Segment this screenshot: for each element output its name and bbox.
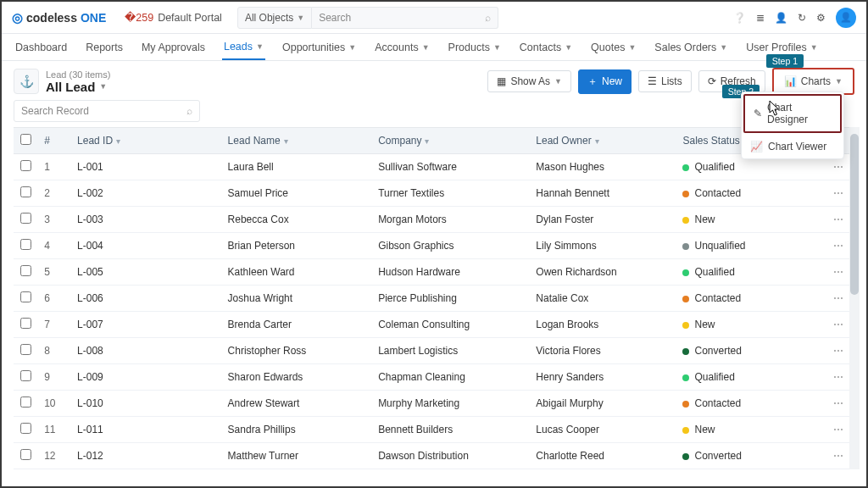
col-num[interactable]: # <box>37 128 70 154</box>
vertical-scrollbar[interactable] <box>849 127 860 469</box>
tab-label: Dashboard <box>15 42 67 53</box>
table-row[interactable]: 13L-013Nancy CampbellRussell RetailEthan… <box>14 469 860 470</box>
row-menu-button[interactable]: ⋯ <box>833 266 843 278</box>
table-row[interactable]: 1L-001Laura BellSullivan SoftwareMason H… <box>14 154 860 180</box>
row-checkbox[interactable] <box>20 160 31 171</box>
search-scope-dropdown[interactable]: All Objects ▼ <box>237 7 312 29</box>
row-checkbox[interactable] <box>20 396 31 408</box>
tab-products[interactable]: Products▼ <box>447 36 503 59</box>
chart-icon: 📊 <box>784 75 797 87</box>
record-search-input[interactable]: Search Record ⌕ <box>14 100 200 122</box>
col-company-label: Company <box>378 135 421 147</box>
help-icon[interactable]: ❔ <box>733 12 746 24</box>
row-checkbox[interactable] <box>20 344 31 355</box>
row-checkbox[interactable] <box>20 239 31 250</box>
row-checkbox[interactable] <box>20 449 31 460</box>
col-lead-name[interactable]: Lead Name▾ <box>221 128 372 154</box>
lists-label: Lists <box>661 75 682 87</box>
chevron-down-icon: ▼ <box>628 43 636 52</box>
row-checkbox[interactable] <box>20 213 31 224</box>
scrollbar-thumb[interactable] <box>850 134 859 295</box>
tab-reports[interactable]: Reports <box>84 36 125 59</box>
new-button[interactable]: ＋New <box>578 69 632 94</box>
table-row[interactable]: 9L-009Sharon EdwardsChapman CleaningHenr… <box>14 364 860 391</box>
cell-lead-id: L-001 <box>70 154 221 180</box>
page-toolbar: ⚓ Lead (30 items) All Lead ▼ ▦Show As▼ ＋… <box>2 61 866 98</box>
cell-lead-id: L-010 <box>70 391 221 417</box>
row-menu-button[interactable]: ⋯ <box>833 319 843 330</box>
cell-status: Converted <box>676 443 826 469</box>
pin-icon: �259 <box>125 11 153 24</box>
row-menu-button[interactable]: ⋯ <box>833 240 843 252</box>
row-menu-button[interactable]: ⋯ <box>833 292 843 304</box>
table-row[interactable]: 5L-005Kathleen WardHudson HardwareOwen R… <box>14 259 860 286</box>
table-row[interactable]: 8L-008Christopher RossLambert LogisticsV… <box>14 338 860 364</box>
viewer-icon: 📈 <box>750 141 763 152</box>
tab-opportunities[interactable]: Opportunities▼ <box>281 36 358 59</box>
row-menu-button[interactable]: ⋯ <box>833 450 843 462</box>
col-owner[interactable]: Lead Owner▾ <box>529 128 676 154</box>
select-all-checkbox[interactable] <box>20 134 31 145</box>
row-menu-button[interactable]: ⋯ <box>833 161 843 173</box>
row-menu-button[interactable]: ⋯ <box>833 424 843 435</box>
tab-sales-orders[interactable]: Sales Orders▼ <box>653 36 729 59</box>
tab-leads[interactable]: Leads▼ <box>222 35 265 60</box>
chevron-down-icon: ▼ <box>835 77 843 86</box>
row-menu-button[interactable]: ⋯ <box>833 187 843 199</box>
col-company[interactable]: Company▾ <box>371 128 529 154</box>
cell-status: New <box>676 312 826 338</box>
cell-owner: Charlotte Reed <box>529 443 676 469</box>
cell-lead-name: Laura Bell <box>221 154 372 180</box>
row-checkbox[interactable] <box>20 265 31 276</box>
row-menu-button[interactable]: ⋯ <box>833 397 843 409</box>
row-checkbox[interactable] <box>20 186 31 197</box>
cell-lead-id: L-003 <box>70 207 221 233</box>
tab-label: My Approvals <box>142 42 205 53</box>
portal-selector[interactable]: �259 Default Portal <box>125 11 222 24</box>
cell-owner: Logan Brooks <box>529 312 676 338</box>
chevron-down-icon: ▼ <box>256 42 264 51</box>
tab-contacts[interactable]: Contacts▼ <box>518 36 574 59</box>
gear-icon[interactable]: ⚙ <box>816 12 826 24</box>
table-row[interactable]: 10L-010Andrew StewartMurphy MarketingAbi… <box>14 391 860 417</box>
row-checkbox[interactable] <box>20 318 31 329</box>
table-row[interactable]: 2L-002Samuel PriceTurner TextilesHannah … <box>14 180 860 207</box>
global-search-input[interactable]: Search ⌕ <box>312 7 498 29</box>
col-lead-id[interactable]: Lead ID▾ <box>70 128 221 154</box>
row-checkbox[interactable] <box>20 370 31 381</box>
row-number: 13 <box>37 469 70 470</box>
anchor-icon[interactable]: ⚓ <box>14 69 39 94</box>
tab-dashboard[interactable]: Dashboard <box>14 36 69 59</box>
cell-status: Qualified <box>676 259 826 286</box>
cell-company: Russell Retail <box>371 469 529 470</box>
chevron-down-icon: ▼ <box>554 77 562 86</box>
tab-my-approvals[interactable]: My Approvals <box>140 36 207 59</box>
show-as-button[interactable]: ▦Show As▼ <box>487 70 571 92</box>
history-icon[interactable]: ↻ <box>798 12 806 24</box>
table-row[interactable]: 4L-004Brian PetersonGibson GraphicsLily … <box>14 233 860 259</box>
user-add-icon[interactable]: 👤 <box>775 12 787 24</box>
step-1-badge: Step 1 <box>766 54 804 68</box>
select-all-header[interactable] <box>14 128 37 154</box>
chart-designer-item[interactable]: ✎ Chart Designer <box>743 94 842 133</box>
table-row[interactable]: 3L-003Rebecca CoxMorgan MotorsDylan Fost… <box>14 207 860 233</box>
database-icon[interactable]: ≣ <box>756 12 765 24</box>
chart-viewer-item[interactable]: 📈 Chart Viewer <box>742 135 843 158</box>
row-menu-button[interactable]: ⋯ <box>833 345 843 357</box>
lists-button[interactable]: ☰Lists <box>638 70 692 92</box>
table-row[interactable]: 11L-011Sandra PhillipsBennett BuildersLu… <box>14 417 860 443</box>
row-checkbox[interactable] <box>20 423 31 434</box>
table-row[interactable]: 12L-012Matthew TurnerDawson Distribution… <box>14 443 860 469</box>
row-menu-button[interactable]: ⋯ <box>833 371 843 383</box>
page-title[interactable]: All Lead ▼ <box>46 80 110 94</box>
tab-quotes[interactable]: Quotes▼ <box>589 36 637 59</box>
table-row[interactable]: 6L-006Joshua WrightPierce PublishingNata… <box>14 286 860 312</box>
chevron-down-icon: ▼ <box>810 43 818 52</box>
table-row[interactable]: 7L-007Brenda CarterColeman ConsultingLog… <box>14 312 860 338</box>
avatar[interactable]: 👤 <box>836 8 856 28</box>
charts-button[interactable]: 📊 Charts ▼ <box>776 71 851 92</box>
row-menu-button[interactable]: ⋯ <box>833 214 843 225</box>
tab-accounts[interactable]: Accounts▼ <box>373 36 431 59</box>
row-checkbox[interactable] <box>20 291 31 302</box>
cell-status: Contacted <box>676 286 826 312</box>
